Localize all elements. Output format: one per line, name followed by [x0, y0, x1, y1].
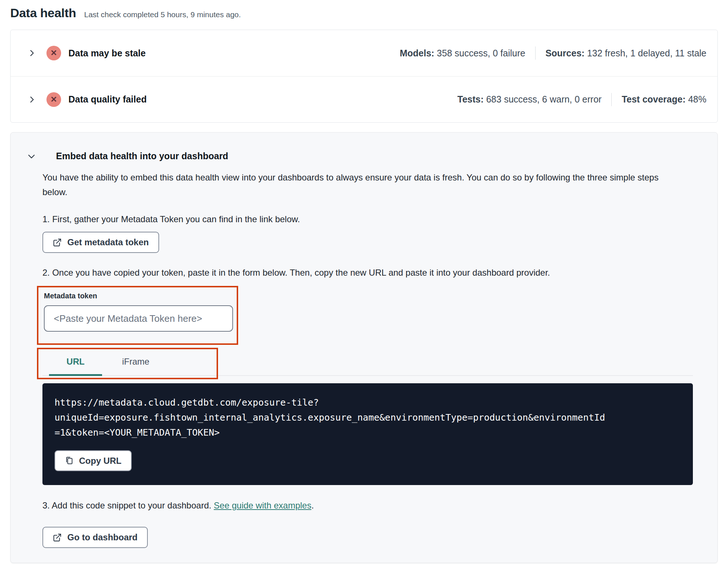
tab-iframe-label: iFrame [122, 357, 150, 366]
embed-description: You have the ability to embed this data … [42, 170, 675, 200]
embed-section-header[interactable]: Embed data health into your dashboard [11, 151, 717, 161]
tests-stat-label: Tests: [457, 94, 484, 104]
page: Data health Last check completed 5 hours… [0, 0, 728, 563]
test-coverage-stat: Test coverage: 48% [622, 94, 706, 105]
step-2-text: 2. Once you have copied your token, past… [42, 268, 693, 278]
step-3-text: 3. Add this code snippet to your dashboa… [42, 500, 693, 511]
tab-url-label: URL [67, 357, 85, 366]
error-x-icon: ✕ [46, 46, 61, 60]
tab-url[interactable]: URL [49, 351, 102, 376]
page-header: Data health Last check completed 5 hours… [10, 0, 718, 20]
status-row-data-stale[interactable]: ✕ Data may be stale Models: 358 success,… [11, 30, 717, 76]
models-stat-label: Models: [400, 48, 434, 58]
status-row-label: Data quality failed [68, 94, 147, 105]
guide-examples-link[interactable]: See guide with examples [214, 500, 311, 510]
metadata-token-label: Metadata token [44, 292, 237, 300]
copy-url-label: Copy URL [79, 456, 121, 466]
stat-divider [611, 93, 612, 106]
copy-icon [65, 456, 74, 465]
embed-section-content: You have the ability to embed this data … [42, 170, 693, 548]
external-link-icon [53, 238, 62, 247]
go-to-dashboard-button[interactable]: Go to dashboard [42, 527, 148, 548]
sources-stat-value: 132 fresh, 1 delayed, 11 stale [587, 48, 706, 58]
status-row-stats: Tests: 683 success, 6 warn, 0 error Test… [457, 93, 706, 106]
get-metadata-token-button[interactable]: Get metadata token [42, 232, 159, 253]
embed-output-tabs: URL iFrame [42, 351, 693, 376]
step-3-text-after: . [311, 500, 314, 510]
tab-bar: URL iFrame [42, 351, 693, 376]
last-check-status: Last check completed 5 hours, 9 minutes … [84, 10, 241, 19]
embed-section-card: Embed data health into your dashboard Yo… [10, 132, 718, 563]
health-summary-card: ✕ Data may be stale Models: 358 success,… [10, 30, 718, 123]
sources-stat-label: Sources: [545, 48, 585, 58]
token-field-annotation-box: Metadata token [37, 286, 238, 345]
copy-url-button[interactable]: Copy URL [55, 450, 132, 471]
test-coverage-stat-value: 48% [688, 94, 706, 104]
status-row-stats: Models: 358 success, 0 failure Sources: … [400, 46, 706, 60]
embed-url-text: https://metadata.cloud.getdbt.com/exposu… [55, 395, 608, 440]
go-to-dashboard-label: Go to dashboard [67, 532, 138, 543]
status-row-data-quality[interactable]: ✕ Data quality failed Tests: 683 success… [11, 76, 717, 122]
models-stat: Models: 358 success, 0 failure [400, 48, 525, 59]
chevron-right-icon[interactable] [27, 49, 36, 57]
stat-divider [535, 46, 536, 60]
models-stat-value: 358 success, 0 failure [437, 48, 525, 58]
metadata-token-input[interactable] [44, 305, 233, 332]
status-row-label: Data may be stale [68, 48, 146, 59]
chevron-down-icon[interactable] [27, 152, 36, 161]
external-link-icon [53, 533, 62, 542]
tab-iframe[interactable]: iFrame [108, 351, 164, 376]
error-glyph: ✕ [50, 48, 57, 58]
error-glyph: ✕ [50, 95, 57, 104]
step-3-text-before: 3. Add this code snippet to your dashboa… [42, 500, 214, 510]
error-x-icon: ✕ [46, 92, 61, 107]
sources-stat: Sources: 132 fresh, 1 delayed, 11 stale [545, 48, 706, 59]
step-1-text: 1. First, gather your Metadata Token you… [42, 214, 693, 224]
tests-stat-value: 683 success, 6 warn, 0 error [486, 94, 601, 104]
embed-section-title: Embed data health into your dashboard [56, 151, 228, 161]
chevron-right-icon[interactable] [27, 95, 36, 104]
embed-url-code-block: https://metadata.cloud.getdbt.com/exposu… [42, 383, 693, 485]
page-title: Data health [10, 6, 76, 20]
test-coverage-stat-label: Test coverage: [622, 94, 686, 104]
get-metadata-token-label: Get metadata token [67, 237, 149, 247]
tests-stat: Tests: 683 success, 6 warn, 0 error [457, 94, 601, 105]
